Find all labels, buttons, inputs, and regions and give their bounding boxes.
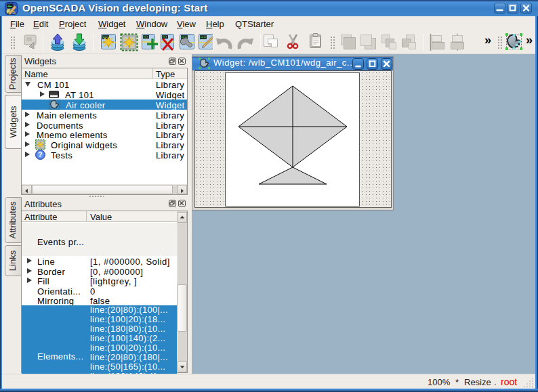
svg-text:?: ? bbox=[38, 150, 43, 158]
